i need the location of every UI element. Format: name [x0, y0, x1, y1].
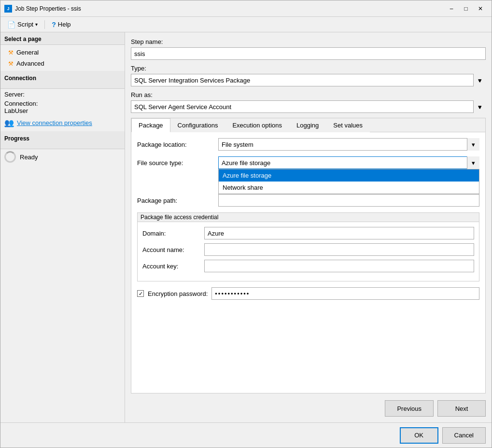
package-location-select[interactable]: File system SSIS Catalog SQL Server [218, 138, 479, 151]
file-source-type-wrap: Azure file storage Network share ▾ Azure… [218, 156, 479, 169]
account-name-row: Account name: [142, 243, 474, 256]
toolbar-separator [44, 20, 45, 29]
sidebar-item-general[interactable]: ⚒ General [0, 47, 125, 58]
ok-button[interactable]: OK [400, 427, 438, 444]
tab-content-package: Package location: File system SSIS Catal… [131, 132, 485, 393]
package-path-input[interactable] [218, 194, 479, 207]
connection-title: Connection [4, 75, 121, 82]
title-bar: J Job Step Properties - ssis – □ ✕ [0, 0, 492, 17]
script-dropdown-icon: ▾ [35, 22, 38, 27]
sidebar-items: ⚒ General ⚒ Advanced [0, 45, 125, 71]
server-row: Server: [4, 91, 121, 98]
run-as-row: Run as: SQL Server Agent Service Account… [131, 91, 486, 113]
account-name-label: Account name: [142, 246, 200, 253]
credential-title: Package file access credential [138, 213, 479, 222]
main-content: Select a page ⚒ General ⚒ Advanced Conne… [0, 32, 492, 422]
title-bar-controls: – □ ✕ [444, 3, 488, 14]
tab-set-values[interactable]: Set values [326, 118, 370, 132]
encryption-input[interactable] [211, 287, 479, 300]
type-label: Type: [131, 65, 486, 72]
server-label: Server: [4, 91, 25, 98]
package-path-label: Package path: [137, 197, 214, 204]
checkmark-icon: ✓ [139, 291, 143, 297]
package-path-wrap [218, 194, 479, 207]
select-page-title: Select a page [4, 36, 42, 42]
view-connection-icon: 👥 [4, 118, 14, 127]
help-button[interactable]: ? Help [49, 19, 73, 30]
sidebar-item-label-advanced: Advanced [16, 60, 44, 67]
file-source-type-row: File source type: Azure file storage Net… [137, 156, 479, 169]
type-select[interactable]: SQL Server Integration Services Package [131, 74, 486, 86]
credential-group: Package file access credential Domain: A… [137, 212, 479, 281]
progress-spinner [4, 151, 16, 163]
file-source-dropdown: Azure file storage Network share [218, 169, 479, 194]
window: J Job Step Properties - ssis – □ ✕ 📄 Scr… [0, 0, 492, 448]
connection-info: Server: Connection: LabUser 👥 View conne… [0, 89, 125, 131]
tab-package[interactable]: Package [131, 118, 170, 132]
encryption-label: Encryption password: [148, 290, 208, 297]
general-icon: ⚒ [8, 49, 14, 56]
view-connection-link[interactable]: 👥 View connection properties [4, 116, 121, 129]
title-bar-left: J Job Step Properties - ssis [4, 5, 81, 13]
previous-button[interactable]: Previous [385, 400, 434, 417]
encryption-checkbox[interactable]: ✓ [137, 290, 144, 297]
cancel-button[interactable]: Cancel [442, 427, 486, 444]
progress-content: Ready [0, 149, 125, 165]
script-icon: 📄 [7, 21, 15, 28]
right-panel: Step name: Type: SQL Server Integration … [125, 32, 492, 422]
prev-next-bar: Previous Next [131, 400, 486, 417]
account-key-input[interactable] [204, 260, 474, 272]
account-key-row: Account key: [142, 260, 474, 272]
domain-row: Domain: [142, 227, 474, 239]
help-label: Help [58, 21, 71, 28]
toolbar: 📄 Script ▾ ? Help [0, 17, 492, 32]
progress-title: Progress [4, 135, 121, 142]
minimize-button[interactable]: – [444, 3, 459, 14]
type-select-wrapper: SQL Server Integration Services Package … [131, 74, 486, 86]
run-as-select[interactable]: SQL Server Agent Service Account [131, 100, 486, 113]
account-key-label: Account key: [142, 263, 200, 270]
sidebar: Select a page ⚒ General ⚒ Advanced Conne… [0, 32, 125, 422]
tab-configurations[interactable]: Configurations [170, 118, 225, 132]
tabs-container: Package Configurations Execution options… [131, 118, 486, 393]
file-source-type-select[interactable]: Azure file storage Network share [218, 156, 479, 169]
script-button[interactable]: 📄 Script ▾ [4, 19, 41, 30]
connection-value: LabUser [4, 107, 28, 114]
dropdown-item-network[interactable]: Network share [219, 182, 479, 194]
account-name-input[interactable] [204, 243, 474, 256]
select-page-section: Select a page [0, 32, 125, 45]
run-as-select-wrapper: SQL Server Agent Service Account ▾ [131, 100, 486, 113]
view-connection-label: View connection properties [17, 119, 92, 126]
package-path-row: Package path: [137, 194, 479, 207]
tabs-header: Package Configurations Execution options… [131, 118, 485, 132]
file-source-type-label: File source type: [137, 159, 214, 167]
tab-logging[interactable]: Logging [289, 118, 326, 132]
maximize-button[interactable]: □ [459, 3, 473, 14]
domain-label: Domain: [142, 230, 200, 237]
package-location-row: Package location: File system SSIS Catal… [137, 138, 479, 151]
advanced-icon: ⚒ [8, 60, 14, 67]
dropdown-item-azure[interactable]: Azure file storage [219, 169, 479, 182]
run-as-label: Run as: [131, 91, 486, 98]
tab-execution-options[interactable]: Execution options [225, 118, 289, 132]
sidebar-item-label-general: General [16, 49, 39, 56]
connection-section: Connection [0, 71, 125, 89]
connection-label: Connection: [4, 100, 38, 107]
sidebar-item-advanced[interactable]: ⚒ Advanced [0, 58, 125, 69]
step-name-label: Step name: [131, 38, 486, 45]
help-icon: ? [52, 21, 56, 28]
connection-row: Connection: LabUser [4, 100, 121, 114]
encryption-row: ✓ Encryption password: [137, 287, 479, 300]
window-title: Job Step Properties - ssis [15, 5, 81, 12]
step-name-row: Step name: [131, 38, 486, 60]
script-label: Script [17, 21, 33, 28]
close-button[interactable]: ✕ [473, 3, 488, 14]
domain-input[interactable] [204, 227, 474, 239]
step-name-input[interactable] [131, 47, 486, 60]
progress-status: Ready [20, 154, 38, 161]
app-icon: J [4, 5, 12, 13]
next-button[interactable]: Next [437, 400, 486, 417]
footer: OK Cancel [0, 422, 492, 448]
package-location-label: Package location: [137, 141, 214, 148]
progress-section: Progress [0, 131, 125, 149]
